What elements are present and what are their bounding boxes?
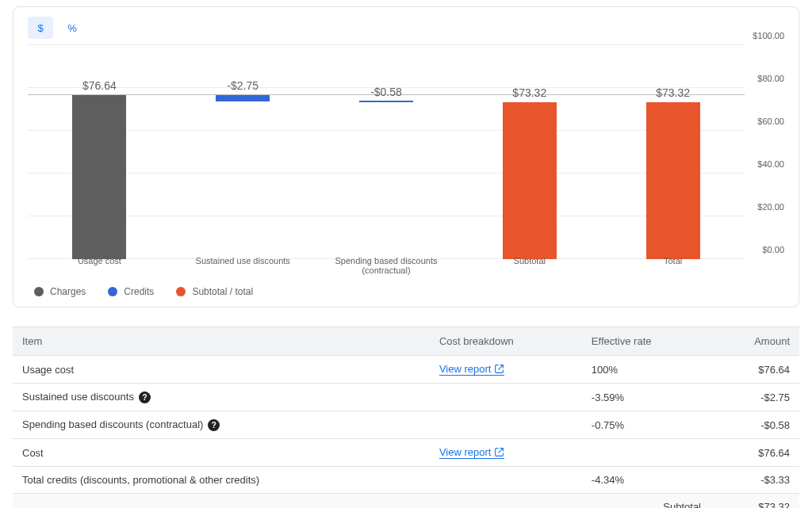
cell-breakdown	[430, 467, 582, 494]
mode-tabs: $ %	[28, 17, 85, 39]
y-tick-label: $60.00	[757, 116, 784, 126]
chart-area: $76.64-$2.75-$0.58$73.32$73.32 Usage cos…	[28, 45, 784, 283]
y-tick-label: $100.00	[753, 31, 784, 40]
external-link-icon	[494, 364, 504, 374]
cell-rate: -3.59%	[582, 384, 710, 411]
chart-plot: $76.64-$2.75-$0.58$73.32$73.32 Usage cos…	[28, 45, 745, 283]
x-label: Subtotal	[458, 256, 601, 275]
table-row: CostView report $76.64	[13, 439, 799, 467]
col-amount: Amount	[710, 327, 799, 356]
cell-breakdown: View report	[430, 356, 582, 384]
legend-label: Credits	[124, 286, 154, 297]
bar-spending-based-discounts-contractual-	[359, 101, 413, 102]
cell-amount: -$0.58	[710, 411, 799, 439]
cell-amount: -$2.75	[710, 384, 799, 411]
view-report-link[interactable]: View report	[439, 446, 505, 459]
cell-breakdown: View report	[430, 439, 582, 467]
x-label: Total	[601, 256, 745, 275]
col-breakdown: Cost breakdown	[430, 327, 582, 356]
tab-percent[interactable]: %	[59, 17, 85, 39]
legend-swatch	[34, 287, 44, 296]
cell-item: Sustained use discounts?	[13, 384, 430, 411]
y-axis: $0.00$20.00$40.00$60.00$80.00$100.00	[745, 45, 784, 283]
legend-label: Charges	[50, 286, 86, 297]
bar-value-label: $73.32	[656, 86, 690, 99]
legend-label: Subtotal / total	[192, 286, 253, 297]
bar-sustained-use-discounts	[216, 95, 270, 101]
x-label: Spending based discounts (contractual)	[315, 256, 458, 275]
cell-item: Usage cost	[13, 356, 430, 384]
cost-chart-card: $ % $76.64-$2.75-$0.58$73.32$73.32 Usage…	[13, 6, 799, 307]
cell-rate: -4.34%	[582, 467, 710, 494]
external-link-icon	[494, 447, 504, 457]
help-icon[interactable]: ?	[208, 419, 220, 431]
cell-item: Spending based discounts (contractual)?	[13, 411, 430, 439]
y-tick-label: $40.00	[757, 159, 784, 169]
table-footer-row: Subtotal$73.32	[13, 494, 799, 509]
col-item: Item	[13, 327, 430, 356]
cell-rate: -0.75%	[582, 411, 710, 439]
table-row: Sustained use discounts?-3.59%-$2.75	[13, 384, 799, 411]
legend-swatch	[108, 287, 117, 296]
bar-value-label: $73.32	[512, 86, 546, 99]
cell-rate	[582, 439, 710, 467]
legend-item: Charges	[34, 286, 86, 297]
chart-legend: ChargesCreditsSubtotal / total	[28, 286, 784, 297]
cell-breakdown	[430, 384, 582, 411]
table-row: Usage costView report 100%$76.64	[13, 356, 799, 384]
legend-swatch	[176, 287, 186, 296]
cell-rate: 100%	[582, 356, 710, 384]
bar-total	[646, 102, 700, 259]
bar-value-label: -$2.75	[227, 79, 259, 92]
y-tick-label: $20.00	[757, 202, 784, 212]
col-rate: Effective rate	[582, 327, 710, 356]
bar-value-label: -$0.58	[370, 86, 402, 98]
cell-amount: -$3.33	[710, 467, 799, 494]
cell-amount: $76.64	[710, 356, 799, 384]
table-row: Spending based discounts (contractual)?-…	[13, 411, 799, 439]
legend-item: Subtotal / total	[176, 286, 253, 297]
footer-label: Subtotal	[582, 494, 710, 509]
footer-amount: $73.32	[710, 494, 799, 509]
x-label: Sustained use discounts	[171, 256, 315, 275]
x-label: Usage cost	[28, 256, 171, 275]
bar-value-label: $76.64	[82, 79, 117, 92]
table-row: Total credits (discounts, promotional & …	[13, 467, 799, 494]
tab-dollar[interactable]: $	[28, 17, 53, 39]
y-tick-label: $80.00	[757, 74, 784, 83]
bar-usage-cost	[72, 95, 126, 259]
cost-breakdown-table: Item Cost breakdown Effective rate Amoun…	[13, 327, 799, 508]
y-tick-label: $0.00	[762, 245, 784, 254]
legend-item: Credits	[108, 286, 154, 297]
cell-breakdown	[430, 411, 582, 439]
help-icon[interactable]: ?	[139, 392, 151, 403]
cell-item: Total credits (discounts, promotional & …	[13, 467, 430, 494]
bar-subtotal	[503, 102, 557, 259]
cell-item: Cost	[13, 439, 430, 467]
cell-amount: $76.64	[710, 439, 799, 467]
view-report-link[interactable]: View report	[439, 363, 505, 376]
